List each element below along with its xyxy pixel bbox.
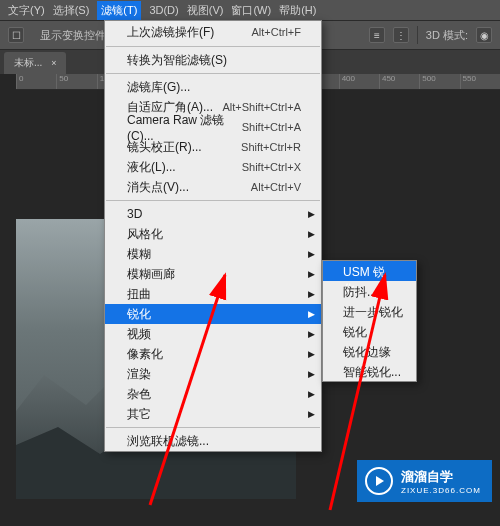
submenu-item-shake-reduction[interactable]: 防抖... xyxy=(323,281,416,301)
separator xyxy=(417,26,418,44)
chevron-right-icon: ▶ xyxy=(308,269,315,279)
menu-item-blur-gallery[interactable]: 模糊画廊▶ xyxy=(105,264,321,284)
menu-filter[interactable]: 滤镜(T) xyxy=(97,1,141,20)
chevron-right-icon: ▶ xyxy=(308,249,315,259)
menu-item-smart-filter[interactable]: 转换为智能滤镜(S) xyxy=(105,50,321,70)
menu-item-pixelate[interactable]: 像素化▶ xyxy=(105,344,321,364)
menu-item-last-filter[interactable]: 上次滤镜操作(F) Alt+Ctrl+F xyxy=(105,21,321,43)
menu-item-lens-correction[interactable]: 镜头校正(R)... Shift+Ctrl+R xyxy=(105,137,321,157)
menu-item-camera-raw[interactable]: Camera Raw 滤镜(C)... Shift+Ctrl+A xyxy=(105,117,321,137)
menu-item-distort[interactable]: 扭曲▶ xyxy=(105,284,321,304)
3d-orbit-icon[interactable]: ◉ xyxy=(476,27,492,43)
checkbox-icon[interactable]: ☐ xyxy=(8,27,24,43)
chevron-right-icon: ▶ xyxy=(308,209,315,219)
submenu-item-sharpen[interactable]: 锐化 xyxy=(323,321,416,341)
transform-controls-label: 显示变换控件 xyxy=(40,28,106,43)
menu-item-video[interactable]: 视频▶ xyxy=(105,324,321,344)
tab-label: 未标... xyxy=(14,57,42,68)
play-icon xyxy=(365,467,393,495)
menu-select[interactable]: 选择(S) xyxy=(53,3,90,18)
separator xyxy=(106,427,320,428)
chevron-right-icon: ▶ xyxy=(308,309,315,319)
watermark: 溜溜自学 ZIXUE.3D66.COM xyxy=(357,460,492,502)
chevron-right-icon: ▶ xyxy=(308,389,315,399)
watermark-title: 溜溜自学 xyxy=(401,468,481,486)
watermark-url: ZIXUE.3D66.COM xyxy=(401,486,481,495)
chevron-right-icon: ▶ xyxy=(308,229,315,239)
menu-item-3d[interactable]: 3D▶ xyxy=(105,204,321,224)
menu-view[interactable]: 视图(V) xyxy=(187,3,224,18)
menu-window[interactable]: 窗口(W) xyxy=(231,3,271,18)
filter-menu-dropdown: 上次滤镜操作(F) Alt+Ctrl+F 转换为智能滤镜(S) 滤镜库(G)..… xyxy=(104,20,322,452)
sharpen-submenu: USM 锐化... 防抖... 进一步锐化 锐化 锐化边缘 智能锐化... xyxy=(322,260,417,382)
menu-item-filter-gallery[interactable]: 滤镜库(G)... xyxy=(105,77,321,97)
menu-item-render[interactable]: 渲染▶ xyxy=(105,364,321,384)
chevron-right-icon: ▶ xyxy=(308,349,315,359)
separator xyxy=(106,73,320,74)
chevron-right-icon: ▶ xyxy=(308,289,315,299)
submenu-item-sharpen-edges[interactable]: 锐化边缘 xyxy=(323,341,416,361)
document-tab[interactable]: 未标... × xyxy=(4,52,66,74)
separator xyxy=(106,46,320,47)
menu-text[interactable]: 文字(Y) xyxy=(8,3,45,18)
menu-3d[interactable]: 3D(D) xyxy=(149,4,178,16)
menu-item-sharpen[interactable]: 锐化▶ xyxy=(105,304,321,324)
submenu-item-sharpen-more[interactable]: 进一步锐化 xyxy=(323,301,416,321)
submenu-item-usm-sharpen[interactable]: USM 锐化... xyxy=(323,261,416,281)
menubar: 文字(Y) 选择(S) 滤镜(T) 3D(D) 视图(V) 窗口(W) 帮助(H… xyxy=(0,0,500,20)
distribute-icon[interactable]: ⋮ xyxy=(393,27,409,43)
menu-item-blur[interactable]: 模糊▶ xyxy=(105,244,321,264)
menu-help[interactable]: 帮助(H) xyxy=(279,3,316,18)
align-icon[interactable]: ≡ xyxy=(369,27,385,43)
chevron-right-icon: ▶ xyxy=(308,409,315,419)
close-icon[interactable]: × xyxy=(51,58,56,68)
menu-item-browse-online[interactable]: 浏览联机滤镜... xyxy=(105,431,321,451)
3d-mode-label: 3D 模式: xyxy=(426,28,468,43)
submenu-item-smart-sharpen[interactable]: 智能锐化... xyxy=(323,361,416,381)
chevron-right-icon: ▶ xyxy=(308,369,315,379)
menu-item-noise[interactable]: 杂色▶ xyxy=(105,384,321,404)
separator xyxy=(106,200,320,201)
chevron-right-icon: ▶ xyxy=(308,329,315,339)
menu-item-stylize[interactable]: 风格化▶ xyxy=(105,224,321,244)
menu-item-other[interactable]: 其它▶ xyxy=(105,404,321,424)
menu-item-liquify[interactable]: 液化(L)... Shift+Ctrl+X xyxy=(105,157,321,177)
menu-item-vanishing-point[interactable]: 消失点(V)... Alt+Ctrl+V xyxy=(105,177,321,197)
